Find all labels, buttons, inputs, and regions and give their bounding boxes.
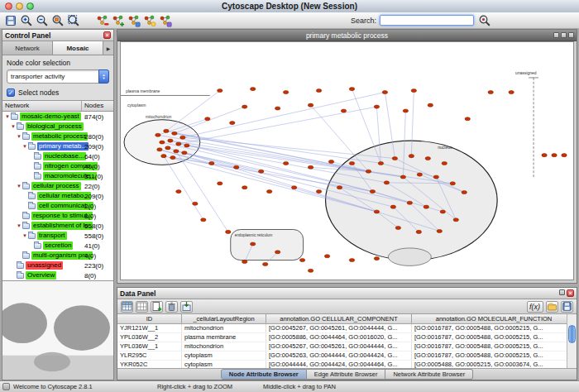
- network-node[interactable]: [428, 103, 433, 107]
- new-attribute-icon[interactable]: [151, 301, 163, 313]
- save-session-icon[interactable]: [3, 13, 17, 27]
- network-node[interactable]: [337, 186, 342, 189]
- network-overview-thumbnail[interactable]: [2, 281, 113, 380]
- network-node[interactable]: [283, 90, 288, 93]
- vizmapper-icon[interactable]: [158, 13, 172, 27]
- tree-item-nucleobase[interactable]: nucleobase...64(0): [2, 151, 113, 161]
- network-node[interactable]: [433, 175, 438, 179]
- network-node[interactable]: [266, 190, 271, 194]
- network-node[interactable]: [184, 144, 189, 147]
- table-row[interactable]: YPL036W__1mitochondrion[GO:0045267, GO:0…: [117, 342, 577, 351]
- network-node[interactable]: [209, 161, 214, 165]
- scrollbar-thumb[interactable]: [568, 325, 576, 343]
- network-node[interactable]: [542, 154, 547, 157]
- show-all-nodes-icon[interactable]: [111, 13, 125, 27]
- network-node[interactable]: [218, 182, 223, 185]
- network-node[interactable]: [230, 122, 235, 125]
- network-node[interactable]: [316, 89, 321, 93]
- tree-item-cellular-metabo[interactable]: cellular metabo...209(0): [2, 191, 113, 201]
- network-node[interactable]: [453, 218, 458, 222]
- network-node[interactable]: [488, 90, 493, 93]
- advanced-search-icon[interactable]: [477, 13, 491, 27]
- network-node[interactable]: [384, 181, 389, 184]
- expand-arrow-icon[interactable]: ▼: [4, 114, 11, 119]
- network-node[interactable]: [218, 89, 223, 93]
- tab-node-attribute-browser[interactable]: Node Attribute Browser: [221, 369, 307, 380]
- table-row[interactable]: YKR052Ccytoplasm[GO:0044444, GO:0044424,…: [117, 361, 577, 368]
- expand-arrow-icon[interactable]: ▼: [22, 144, 28, 149]
- control-panel-close-icon[interactable]: ×: [103, 31, 111, 39]
- network-node[interactable]: [403, 109, 408, 112]
- table-row[interactable]: YJR121W__1mitochondrion[GO:0045267, GO:0…: [117, 324, 577, 333]
- network-node[interactable]: [392, 157, 397, 160]
- column-header-annotation-go-molecular-function[interactable]: annotation.GO MOLECULAR_FUNCTION: [412, 314, 577, 323]
- network-node[interactable]: [165, 146, 170, 150]
- network-node[interactable]: [176, 190, 181, 194]
- tree-item-cell-communicat[interactable]: cell communicat...2(0): [2, 201, 113, 211]
- network-canvas[interactable]: plasma membrane cytoplasm mitochondrion …: [120, 41, 574, 280]
- network-node[interactable]: [161, 155, 166, 158]
- new-network-from-selection-icon[interactable]: [127, 13, 141, 27]
- network-node[interactable]: [374, 105, 379, 108]
- table-scrollbar[interactable]: [567, 314, 577, 368]
- network-node[interactable]: [164, 129, 169, 132]
- annotations-icon[interactable]: [142, 13, 156, 27]
- tree-item-nitrogen-compo[interactable]: nitrogen compo...40(0): [2, 161, 113, 171]
- network-node[interactable]: [180, 136, 185, 139]
- unselect-attributes-icon[interactable]: [136, 301, 148, 313]
- open-attribute-file-icon[interactable]: [546, 301, 558, 313]
- network-node[interactable]: [242, 260, 247, 263]
- network-node[interactable]: [437, 229, 442, 232]
- tree-item-cellular-process[interactable]: ▼cellular process22(0): [2, 181, 113, 191]
- tab-network[interactable]: Network: [2, 41, 53, 55]
- minimize-window-button[interactable]: [16, 2, 23, 10]
- network-node[interactable]: [378, 161, 383, 165]
- expand-arrow-icon[interactable]: ▼: [16, 184, 22, 189]
- network-node[interactable]: [390, 205, 395, 208]
- network-node[interactable]: [251, 88, 256, 91]
- network-node[interactable]: [160, 141, 165, 144]
- network-node[interactable]: [275, 107, 280, 110]
- network-node[interactable]: [316, 190, 321, 194]
- network-node[interactable]: [157, 148, 162, 151]
- network-node[interactable]: [172, 131, 177, 135]
- network-node[interactable]: [409, 155, 414, 158]
- network-node[interactable]: [308, 103, 313, 107]
- network-node[interactable]: [182, 151, 187, 155]
- network-node[interactable]: [226, 230, 231, 233]
- network-node[interactable]: [258, 170, 263, 173]
- network-node[interactable]: [462, 191, 467, 194]
- network-node[interactable]: [324, 255, 329, 258]
- network-node[interactable]: [262, 262, 267, 265]
- network-node[interactable]: [407, 201, 412, 204]
- hide-selected-nodes-icon[interactable]: [95, 13, 109, 27]
- column-header-annotation-go-cellular-component[interactable]: annotation.GO CELLULAR_COMPONENT: [266, 314, 412, 323]
- expand-arrow-icon[interactable]: ▼: [16, 223, 22, 228]
- network-node[interactable]: [374, 210, 379, 213]
- network-node[interactable]: [562, 154, 567, 157]
- network-node[interactable]: [205, 117, 210, 121]
- expand-arrow-icon[interactable]: ▼: [22, 233, 28, 238]
- delete-attribute-icon[interactable]: [165, 301, 178, 313]
- network-node[interactable]: [176, 142, 181, 146]
- network-node[interactable]: [411, 89, 416, 93]
- expand-arrow-icon[interactable]: ▼: [10, 124, 17, 129]
- internal-maximize-icon[interactable]: [561, 32, 567, 38]
- network-node[interactable]: [442, 161, 447, 165]
- network-node[interactable]: [440, 210, 445, 213]
- tree-item-metabolic-process[interactable]: ▼metabolic process280(0): [2, 131, 113, 141]
- network-node[interactable]: [234, 165, 239, 169]
- table-row[interactable]: YPL036W__2plasma membrane[GO:0005886, GO…: [117, 333, 577, 342]
- network-node[interactable]: [425, 157, 430, 160]
- tree-item-transport[interactable]: ▼transport558(0): [2, 231, 113, 241]
- tree-item-overview[interactable]: Overview8(0): [2, 270, 113, 280]
- network-node[interactable]: [416, 230, 421, 233]
- network-node[interactable]: [299, 259, 304, 262]
- tree-item-macromolecule[interactable]: macromolecule...311(0): [2, 171, 113, 181]
- network-node[interactable]: [349, 259, 354, 262]
- tree-item-secretion[interactable]: secretion41(0): [2, 241, 113, 251]
- tree-item-primary-metab[interactable]: ▼primary metab...209(0): [2, 141, 113, 151]
- tree-item-response-to-stimul[interactable]: response to stimul...8(0): [2, 211, 113, 221]
- network-node[interactable]: [283, 161, 288, 165]
- network-node[interactable]: [174, 150, 179, 153]
